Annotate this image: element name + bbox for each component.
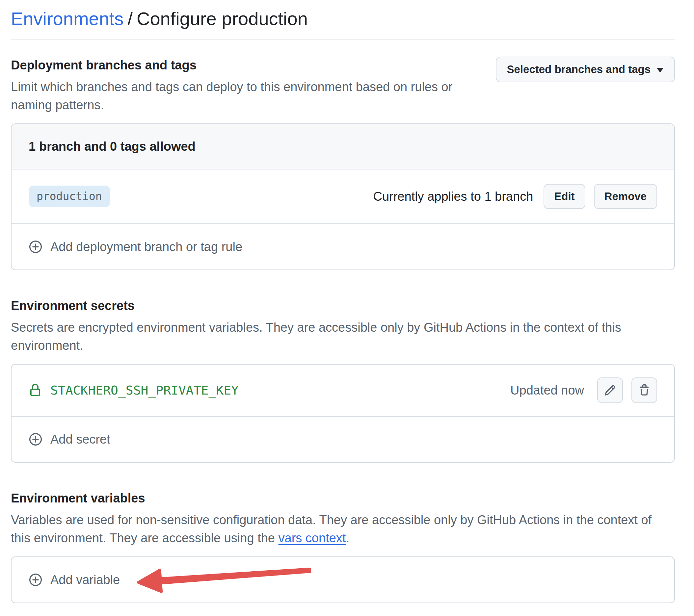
caret-down-icon	[656, 68, 664, 72]
deployment-rules-box-header: 1 branch and 0 tags allowed	[12, 124, 674, 169]
rule-applies-label: Currently applies to 1 branch	[373, 189, 533, 204]
secret-identity: STACKHERO_SSH_PRIVATE_KEY	[29, 383, 239, 397]
variables-description-before-link: this environment. They are accessible us…	[11, 531, 278, 545]
pencil-icon	[604, 384, 616, 396]
add-deployment-rule-button[interactable]: Add deployment branch or tag rule	[12, 224, 674, 269]
page-title: Environments/Configure production	[11, 6, 675, 31]
breadcrumb-current: Configure production	[136, 8, 308, 29]
delete-secret-button[interactable]	[632, 377, 657, 403]
remove-rule-button[interactable]: Remove	[594, 184, 657, 209]
deployment-rules-box: 1 branch and 0 tags allowed production C…	[11, 124, 675, 270]
deployment-description-line: naming patterns.	[11, 96, 452, 114]
deployment-rule-row: production Currently applies to 1 branch…	[12, 169, 674, 224]
deployment-description: Limit which branches and tags can deploy…	[11, 78, 452, 114]
add-variable-button[interactable]: Add variable	[12, 557, 674, 602]
variables-description-after-link: .	[346, 531, 349, 545]
variables-box: Add variable	[11, 557, 675, 603]
edit-rule-button[interactable]: Edit	[544, 184, 585, 209]
vars-context-link[interactable]: vars context	[278, 531, 346, 545]
branch-name-pill: production	[29, 186, 110, 207]
variables-description: Variables are used for non-sensitive con…	[11, 511, 675, 547]
secrets-section-head: Environment secrets Secrets are encrypte…	[11, 297, 675, 355]
plus-circle-icon	[29, 240, 42, 254]
variables-description-line: this environment. They are accessible us…	[11, 529, 675, 547]
deployment-heading: Deployment branches and tags	[11, 57, 452, 74]
deployment-description-line: Limit which branches and tags can deploy…	[11, 78, 452, 96]
branch-selector-dropdown[interactable]: Selected branches and tags	[496, 57, 675, 82]
environment-config-page: Environments/Configure production Deploy…	[0, 0, 694, 603]
environments-breadcrumb-link[interactable]: Environments	[11, 8, 124, 29]
secret-row-actions: Updated now	[510, 377, 657, 403]
secret-updated-label: Updated now	[510, 384, 584, 397]
secrets-description-line: Secrets are encrypted environment variab…	[11, 319, 675, 337]
secret-row: STACKHERO_SSH_PRIVATE_KEY Updated now	[12, 365, 674, 416]
rule-row-actions: Currently applies to 1 branch Edit Remov…	[373, 184, 657, 209]
secrets-heading: Environment secrets	[11, 297, 675, 314]
deployment-section-head: Deployment branches and tags Limit which…	[11, 57, 675, 114]
edit-secret-button[interactable]	[597, 377, 623, 403]
trash-icon	[638, 384, 650, 396]
rules-count-label: 1 branch and 0 tags allowed	[29, 139, 196, 154]
secret-name: STACKHERO_SSH_PRIVATE_KEY	[50, 383, 239, 397]
secrets-description: Secrets are encrypted environment variab…	[11, 319, 675, 355]
variables-heading: Environment variables	[11, 490, 675, 507]
add-deployment-rule-label: Add deployment branch or tag rule	[50, 241, 242, 253]
add-secret-button[interactable]: Add secret	[12, 416, 674, 462]
add-variable-label: Add variable	[50, 574, 120, 586]
lock-icon	[29, 384, 42, 397]
plus-circle-icon	[29, 432, 42, 446]
plus-circle-icon	[29, 573, 42, 587]
variables-description-line: Variables are used for non-sensitive con…	[11, 511, 675, 529]
secrets-description-line: environment.	[11, 337, 675, 355]
branch-selector-label: Selected branches and tags	[507, 63, 651, 76]
breadcrumb-separator: /	[127, 8, 133, 29]
deployment-section-text: Deployment branches and tags Limit which…	[11, 57, 452, 114]
variables-section-head: Environment variables Variables are used…	[11, 490, 675, 547]
secrets-box: STACKHERO_SSH_PRIVATE_KEY Updated now	[11, 364, 675, 463]
add-secret-label: Add secret	[50, 433, 110, 446]
title-divider	[11, 39, 675, 39]
